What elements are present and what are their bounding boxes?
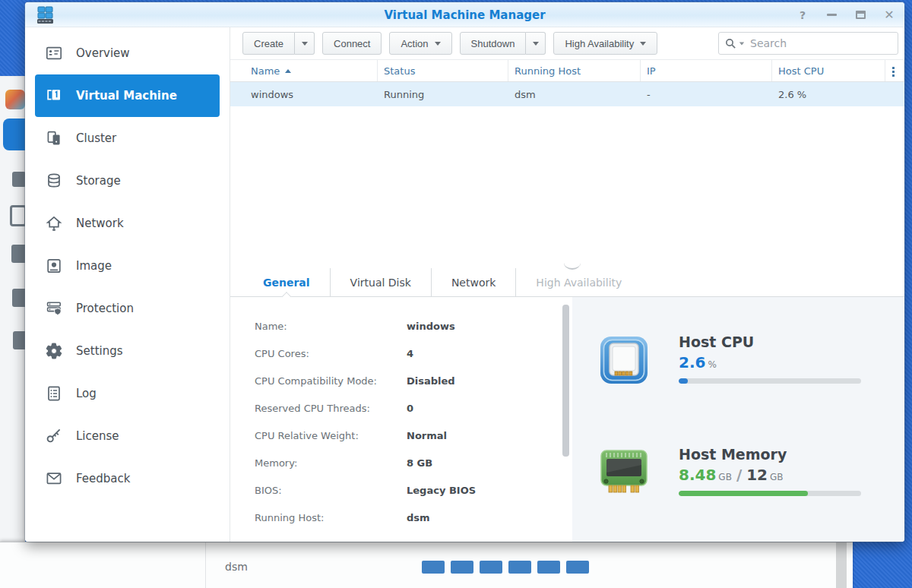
sidebar-item-virtual-machine[interactable]: Virtual Machine <box>35 74 220 117</box>
detail-label: Memory: <box>255 457 407 469</box>
sidebar-item-label: Virtual Machine <box>76 89 177 103</box>
background-host-label: dsm <box>225 561 248 573</box>
background-cpu-bars <box>422 561 595 574</box>
column-header-status[interactable]: Status <box>378 60 508 81</box>
cpu-usage-bar <box>508 561 531 574</box>
cpu-percent-unit: % <box>708 359 716 370</box>
chevron-down-icon <box>640 42 646 46</box>
sidebar-item-network[interactable]: Network <box>35 202 220 245</box>
connect-button[interactable]: Connect <box>322 32 382 55</box>
help-icon[interactable]: ? <box>796 9 809 21</box>
table-header: Name Status Running Host IP Host CPU <box>230 59 904 82</box>
close-icon[interactable]: ✕ <box>883 9 895 21</box>
action-dropdown-button[interactable]: Action <box>389 32 451 55</box>
memory-used-number: 8.48 <box>679 466 716 484</box>
detail-label: Running Host: <box>255 512 407 523</box>
column-label: Running Host <box>515 65 581 77</box>
chevron-down-icon <box>435 42 441 46</box>
sidebar-item-storage[interactable]: Storage <box>35 160 220 202</box>
vm-properties-list: Name:windows CPU Cores:4 CPU Compatibili… <box>230 297 572 542</box>
background-window-left-edge <box>0 76 25 542</box>
column-header-running-host[interactable]: Running Host <box>508 60 641 81</box>
desktop-background: dsm Virtual Machine Manager ? <box>0 0 912 588</box>
sidebar-item-label: Cluster <box>76 131 116 145</box>
sidebar-item-label: Settings <box>76 344 123 358</box>
detail-label: BIOS: <box>255 485 407 496</box>
detail-label: CPU Cores: <box>255 348 407 359</box>
memory-used-unit: GB <box>718 472 732 482</box>
tab-virtual-disk[interactable]: Virtual Disk <box>330 268 431 296</box>
vm-ip-cell: - <box>641 89 772 100</box>
host-memory-progress <box>679 491 861 496</box>
vm-name-cell: windows <box>230 89 378 100</box>
column-label: Host CPU <box>778 65 824 77</box>
tab-general[interactable]: General <box>243 268 330 296</box>
memory-icon <box>599 446 649 496</box>
chevron-down-icon <box>302 42 308 46</box>
background-app-icon <box>13 331 25 349</box>
high-availability-dropdown-button[interactable]: High Availability <box>553 32 657 55</box>
column-label: IP <box>647 65 656 77</box>
search-filter-caret-icon[interactable] <box>739 42 744 45</box>
column-header-name[interactable]: Name <box>230 60 378 81</box>
log-icon <box>44 384 64 403</box>
background-divider <box>205 542 206 588</box>
action-label: Action <box>401 38 428 49</box>
column-header-host-cpu[interactable]: Host CPU <box>772 60 885 81</box>
shutdown-dropdown-button[interactable] <box>526 32 546 55</box>
maximize-icon[interactable] <box>854 9 866 21</box>
sort-ascending-icon <box>285 69 291 73</box>
cpu-usage-bar <box>537 561 560 574</box>
tab-network[interactable]: Network <box>431 268 515 296</box>
network-icon <box>44 213 64 233</box>
search-input[interactable] <box>750 37 891 49</box>
detail-row: CPU Compatibility Mode:Disabled <box>255 367 572 394</box>
sidebar-item-cluster[interactable]: Cluster <box>35 117 220 160</box>
sidebar-item-feedback[interactable]: Feedback <box>35 457 220 500</box>
detail-value: windows <box>407 321 455 332</box>
column-header-ip[interactable]: IP <box>641 60 772 81</box>
minimize-icon[interactable] <box>825 9 838 21</box>
memory-total-unit: GB <box>770 472 784 482</box>
cpu-usage-bar <box>422 561 445 574</box>
create-button[interactable]: Create <box>242 32 295 55</box>
background-app-icon <box>5 90 25 109</box>
detail-value: 0 <box>407 403 413 414</box>
sidebar-item-label: Log <box>76 387 97 400</box>
table-row[interactable]: windows Running dsm - 2.6 % <box>230 82 904 106</box>
sidebar-item-label: Image <box>76 259 112 273</box>
host-cpu-title: Host CPU <box>679 334 754 350</box>
host-stats-panel: Host CPU 2.6% <box>572 297 904 542</box>
storage-icon <box>44 171 64 191</box>
detail-row: Running Host:dsm <box>255 504 572 531</box>
background-app-icon <box>12 289 25 307</box>
detail-row: Memory:8 GB <box>255 449 572 476</box>
sidebar-item-settings[interactable]: Settings <box>35 330 220 372</box>
chevron-down-icon <box>533 42 539 46</box>
vm-running-host-cell: dsm <box>508 89 641 100</box>
sidebar-item-overview[interactable]: Overview <box>35 32 220 74</box>
create-dropdown-button[interactable] <box>295 32 315 55</box>
detail-value: Disabled <box>407 375 455 387</box>
host-memory-progress-fill <box>679 491 808 496</box>
scrollbar-thumb[interactable] <box>562 305 569 457</box>
shutdown-button[interactable]: Shutdown <box>460 32 527 55</box>
detail-label: CPU Relative Weight: <box>255 430 407 441</box>
sidebar: Overview Virtual Machine <box>25 27 230 542</box>
search-icon[interactable] <box>725 38 736 49</box>
background-scrollbar <box>836 542 847 588</box>
cpu-usage-bar <box>566 561 589 574</box>
column-settings-icon[interactable] <box>887 65 899 77</box>
sidebar-item-image[interactable]: Image <box>35 245 220 287</box>
background-window-bottom: dsm <box>0 542 853 588</box>
detail-value: Legacy BIOS <box>407 485 476 496</box>
sidebar-item-protection[interactable]: Protection <box>35 287 220 330</box>
detail-label: CPU Compatibility Mode: <box>255 375 407 387</box>
detail-value: Normal <box>407 430 447 441</box>
detail-value: 4 <box>407 348 413 359</box>
sidebar-item-log[interactable]: Log <box>35 372 220 415</box>
background-app-icon <box>10 205 25 226</box>
sidebar-item-license[interactable]: License <box>35 415 220 457</box>
sidebar-item-label: Network <box>76 217 124 230</box>
memory-total-number: 12 <box>746 466 768 484</box>
